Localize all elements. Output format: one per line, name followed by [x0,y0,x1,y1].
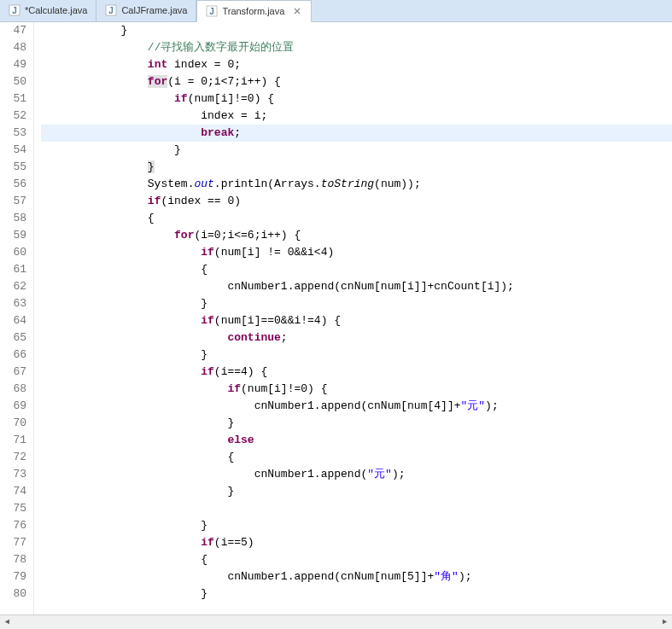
line-number: 67 [5,364,26,381]
line-number: 49 [5,56,26,73]
code-line[interactable]: if(num[i]!=0) { [41,90,672,108]
svg-text:J: J [12,6,17,15]
svg-text:J: J [109,6,114,15]
code-line[interactable]: } [41,347,672,364]
tab-label: Transform.java [222,6,284,16]
line-number: 60 [5,244,26,261]
line-number: 56 [5,176,26,193]
java-file-icon: J [206,5,218,17]
code-line[interactable]: int index = 0; [41,56,672,73]
line-number: 55 [5,159,26,176]
line-number: 80 [5,585,26,603]
code-line[interactable]: { [41,551,672,568]
line-number: 69 [5,398,26,415]
code-line[interactable]: cnNumber1.append(cnNum[num[5]]+"角"); [41,568,672,585]
line-number: 51 [5,90,26,108]
code-line[interactable]: continue; [41,329,672,347]
line-number: 66 [5,347,26,364]
code-line[interactable]: if(num[i]==0&&i!=4) { [41,312,672,329]
code-line[interactable]: if(num[i] != 0&&i<4) [41,244,672,261]
code-line[interactable]: for(i = 0;i<7;i++) { [41,73,672,90]
line-number: 78 [5,551,26,568]
code-line[interactable]: } [41,415,672,432]
code-line[interactable]: cnNumber1.append("元"); [41,466,672,483]
code-line[interactable]: else [41,432,672,449]
line-number: 57 [5,193,26,210]
code-line[interactable]: for(i=0;i<=6;i++) { [41,227,672,244]
code-line[interactable] [41,500,672,517]
line-number: 62 [5,278,26,295]
code-line[interactable]: index = i; [41,108,672,125]
line-number: 65 [5,329,26,347]
code-line[interactable]: { [41,449,672,466]
code-line[interactable]: } [41,517,672,534]
code-line[interactable]: //寻找输入数字最开始的位置 [41,39,672,56]
code-line[interactable]: cnNumber1.append(cnNum[num[i]]+cnCount[i… [41,278,672,295]
line-number: 48 [5,39,26,56]
code-area[interactable]: } //寻找输入数字最开始的位置 int index = 0; for(i = … [34,22,672,614]
line-number: 73 [5,466,26,483]
code-line[interactable]: if(i==4) { [41,364,672,381]
line-number: 47 [5,22,26,39]
line-number: 71 [5,432,26,449]
line-number: 52 [5,108,26,125]
code-line[interactable]: { [41,210,672,227]
close-icon[interactable] [292,6,302,16]
code-line[interactable]: if(i==5) [41,534,672,551]
line-number: 68 [5,381,26,398]
code-line[interactable]: break; [41,125,672,142]
line-number: 75 [5,500,26,517]
svg-text:J: J [210,7,215,16]
code-line[interactable]: } [41,22,672,39]
code-line[interactable]: } [41,142,672,159]
line-number: 77 [5,534,26,551]
line-number: 53 [5,125,26,142]
code-line[interactable]: } [41,159,672,176]
line-number: 50 [5,73,26,90]
tab-label: *Calculate.java [25,5,87,15]
line-number: 72 [5,449,26,466]
scroll-track[interactable] [15,615,657,630]
code-line[interactable]: cnNumber1.append(cnNum[num[4]]+"元"); [41,398,672,415]
tab-label: CalJFrame.java [121,5,187,15]
line-number: 58 [5,210,26,227]
tab-transform[interactable]: J Transform.java [196,0,312,22]
code-line[interactable]: System.out.println(Arrays.toString(num))… [41,176,672,193]
code-editor[interactable]: 4748495051525354555657585960616263646566… [0,22,672,614]
code-line[interactable]: } [41,295,672,312]
line-number: 79 [5,568,26,585]
scroll-right-icon[interactable]: ► [657,615,672,630]
code-line[interactable]: if(num[i]!=0) { [41,381,672,398]
line-number: 61 [5,261,26,278]
line-number: 63 [5,295,26,312]
tab-calculate[interactable]: J *Calculate.java [0,0,96,21]
code-line[interactable]: } [41,483,672,500]
java-file-icon: J [9,4,20,16]
tab-caljframe[interactable]: J CalJFrame.java [96,0,196,21]
line-number: 59 [5,227,26,244]
java-file-icon: J [105,4,117,16]
line-number: 64 [5,312,26,329]
line-number: 70 [5,415,26,432]
horizontal-scrollbar[interactable]: ◄ ► [0,614,672,629]
code-line[interactable]: } [41,585,672,603]
line-number: 74 [5,483,26,500]
tab-bar: J *Calculate.java J CalJFrame.java J Tra… [0,0,672,22]
line-number-gutter: 4748495051525354555657585960616263646566… [0,22,34,614]
line-number: 54 [5,142,26,159]
scroll-left-icon[interactable]: ◄ [0,615,15,630]
code-line[interactable]: if(index == 0) [41,193,672,210]
code-line[interactable]: { [41,261,672,278]
line-number: 76 [5,517,26,534]
